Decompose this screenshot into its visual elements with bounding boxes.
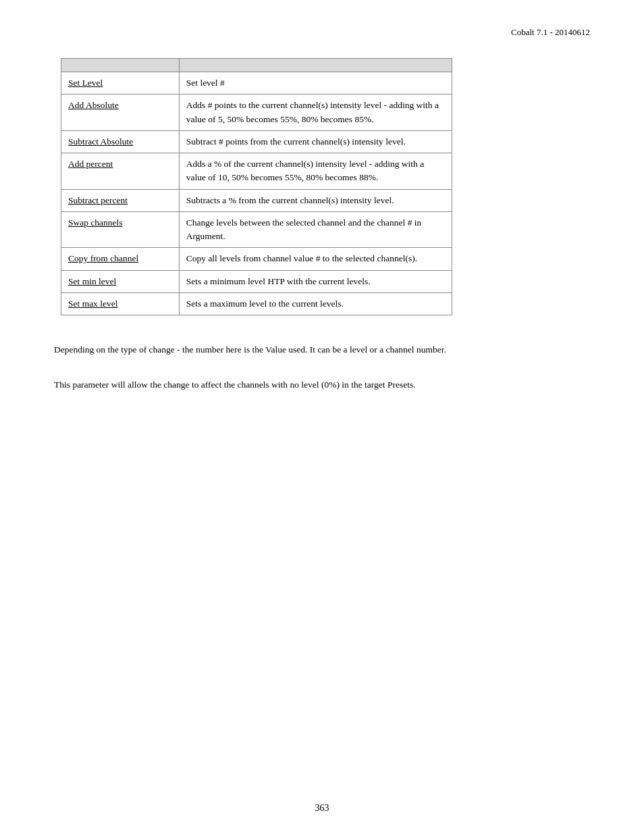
term-label: Swap channels [68,217,123,228]
table-cell-description: Change levels between the selected chann… [179,211,452,248]
table-row: Subtract AbsoluteSubtract # points from … [61,130,452,153]
term-label: Set max level [68,298,117,309]
term-label: Subtract percent [68,195,128,205]
term-label: Add Absolute [68,100,119,110]
table-header-row [61,59,452,72]
table-row: Set LevelSet level # [61,72,452,95]
table-cell-term: Set min level [61,270,180,292]
page-header: Cobalt 7.1 - 20140612 [54,27,590,38]
table-row: Subtract percentSubtracts a % from the c… [61,189,452,211]
table-cell-description: Adds a % of the current channel(s) inten… [179,153,452,190]
table-row: Copy from channelCopy all levels from ch… [61,248,452,270]
page-container: Cobalt 7.1 - 20140612 Set LevelSet level… [0,0,644,834]
body-paragraph-2: This parameter will allow the change to … [54,377,590,392]
table-row: Set min levelSets a minimum level HTP wi… [61,270,452,292]
term-label: Copy from channel [68,253,138,263]
term-label: Set min level [68,276,116,286]
table-header-col1 [61,59,180,72]
term-label: Add percent [68,159,113,169]
table-section: Set LevelSet level #Add AbsoluteAdds # p… [54,58,590,315]
table-cell-description: Subtract # points from the current chann… [179,130,452,153]
table-row: Swap channelsChange levels between the s… [61,211,452,248]
table-cell-description: Set level # [179,72,452,95]
table-cell-description: Copy all levels from channel value # to … [179,248,452,270]
term-label: Subtract Absolute [68,136,133,147]
table-cell-term: Copy from channel [61,248,180,270]
body-paragraph-1: Depending on the type of change - the nu… [54,342,590,357]
table-cell-term: Swap channels [61,211,180,248]
page-number: 363 [315,803,329,813]
page-footer: 363 [0,803,644,814]
table-cell-description: Adds # points to the current channel(s) … [179,95,452,131]
table-cell-description: Sets a maximum level to the current leve… [179,292,452,315]
table-cell-term: Add percent [61,153,180,190]
table-row: Add percentAdds a % of the current chann… [61,153,452,190]
table-row: Set max levelSets a maximum level to the… [61,292,452,315]
term-label: Set Level [68,78,103,88]
version-text: Cobalt 7.1 - 20140612 [511,27,590,37]
table-row: Add AbsoluteAdds # points to the current… [61,95,452,131]
table-cell-term: Subtract percent [61,189,180,211]
table-cell-term: Set Level [61,72,180,95]
table-cell-term: Set max level [61,292,180,315]
table-cell-term: Add Absolute [61,95,180,131]
table-cell-description: Sets a minimum level HTP with the curren… [179,270,452,292]
reference-table: Set LevelSet level #Add AbsoluteAdds # p… [61,58,452,315]
table-cell-description: Subtracts a % from the current channel(s… [179,189,452,211]
table-header-col2 [179,59,452,72]
table-cell-term: Subtract Absolute [61,130,180,153]
